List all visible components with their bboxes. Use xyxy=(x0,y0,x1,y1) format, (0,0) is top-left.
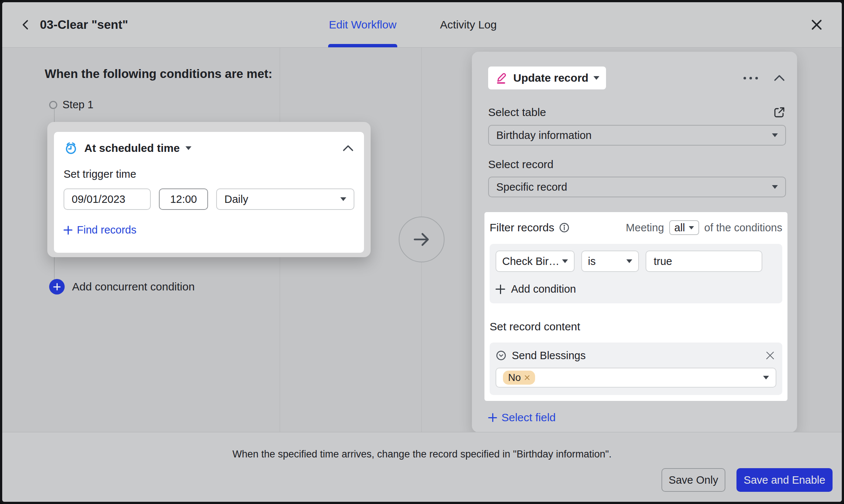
select-table-label: Select table xyxy=(488,106,546,119)
automation-editor-window: 03-Clear "sent" Edit Workflow Activity L… xyxy=(0,0,844,504)
condition-operator-value: is xyxy=(588,255,596,268)
add-condition-label: Add condition xyxy=(511,283,576,295)
select-record-row: Select record xyxy=(488,158,786,171)
select-field-label: Select field xyxy=(501,411,556,424)
table-select[interactable]: Birthday information xyxy=(488,125,786,146)
field-value-card: Send Blessings No xyxy=(490,343,782,395)
plus-icon xyxy=(64,226,72,235)
remove-field-button[interactable] xyxy=(764,349,776,362)
step-dot-icon xyxy=(49,101,57,109)
trigger-time-row: 09/01/2023 12:00 Daily xyxy=(64,188,354,210)
trigger-card-header: At scheduled time xyxy=(64,141,354,156)
close-button[interactable] xyxy=(806,14,827,35)
condition-row: Check Bir… is true xyxy=(496,251,776,272)
filter-condition-group: Check Bir… is true Add condition xyxy=(490,244,782,303)
circled-chevron-down-icon[interactable] xyxy=(496,350,507,361)
action-panel-header: Update record xyxy=(488,67,786,89)
caret-down-icon xyxy=(772,185,778,189)
page-title: 03-Clear "sent" xyxy=(40,2,128,47)
record-select-value: Specific record xyxy=(496,181,567,193)
select-field-link[interactable]: Select field xyxy=(488,411,786,424)
caret-down-icon xyxy=(340,197,346,201)
collapse-chevron-icon[interactable] xyxy=(342,144,354,152)
trigger-repeat-select[interactable]: Daily xyxy=(216,188,354,210)
remove-x-icon xyxy=(765,351,775,360)
pencil-icon xyxy=(495,71,508,85)
filter-records-title: Filter records xyxy=(490,221,570,234)
arrow-right-icon xyxy=(411,229,432,250)
condition-value-input[interactable]: true xyxy=(646,251,762,272)
plus-circle-icon xyxy=(49,279,65,294)
footer-bar: When the specified time arrives, change … xyxy=(2,432,842,502)
open-table-external-icon[interactable] xyxy=(773,106,786,119)
step-label: Step 1 xyxy=(62,99,93,111)
trigger-date-input[interactable]: 09/01/2023 xyxy=(64,188,151,210)
trigger-card-selection: At scheduled time Set trigger time 09/01… xyxy=(47,122,371,257)
condition-field-value: Check Bir… xyxy=(502,255,559,268)
save-only-button[interactable]: Save Only xyxy=(661,468,725,492)
meeting-mode-select[interactable]: all xyxy=(669,220,699,235)
action-panel: Update record Select table Birthday info… xyxy=(472,52,797,432)
back-button[interactable] xyxy=(15,14,37,36)
record-config-section: Filter records Meeting all of the condit… xyxy=(484,212,787,401)
workflow-summary-caption: When the specified time arrives, change … xyxy=(2,449,842,460)
header-bar: 03-Clear "sent" Edit Workflow Activity L… xyxy=(2,2,842,48)
value-tag: No xyxy=(503,371,535,385)
close-icon xyxy=(810,18,823,31)
select-record-label: Select record xyxy=(488,158,554,171)
field-value-select[interactable]: No xyxy=(496,368,776,388)
value-tag-label: No xyxy=(508,372,521,384)
caret-down-icon xyxy=(593,76,599,80)
set-trigger-time-label: Set trigger time xyxy=(64,168,354,180)
find-records-link[interactable]: Find records xyxy=(64,224,354,236)
collapse-panel-icon[interactable] xyxy=(773,74,786,82)
caret-down-icon xyxy=(626,259,632,263)
tag-remove-icon[interactable] xyxy=(524,375,530,381)
action-type-select[interactable]: Update record xyxy=(488,67,606,89)
step-indicator: Step 1 xyxy=(49,99,93,111)
record-select[interactable]: Specific record xyxy=(488,177,786,197)
field-name-label: Send Blessings xyxy=(512,350,586,362)
footer-buttons: Save Only Save and Enable xyxy=(661,468,833,492)
trigger-card[interactable]: At scheduled time Set trigger time 09/01… xyxy=(54,132,364,253)
save-and-enable-button[interactable]: Save and Enable xyxy=(736,468,833,492)
condition-operator-select[interactable]: is xyxy=(581,251,639,272)
back-chevron-icon xyxy=(20,19,32,31)
select-table-row: Select table xyxy=(488,106,786,119)
meeting-prefix: Meeting xyxy=(626,222,664,234)
panel-header-icons xyxy=(743,74,786,82)
filter-records-label: Filter records xyxy=(490,221,554,234)
more-options-icon[interactable] xyxy=(743,75,758,82)
set-record-content-label: Set record content xyxy=(490,320,782,333)
trigger-type-label: At scheduled time xyxy=(84,142,180,154)
tab-edit-workflow[interactable]: Edit Workflow xyxy=(329,2,397,47)
caret-down-icon xyxy=(763,376,769,379)
meeting-conditions-control: Meeting all of the conditions xyxy=(626,220,782,235)
add-condition-button[interactable]: Add condition xyxy=(496,283,776,295)
tab-bar: Edit Workflow Activity Log xyxy=(329,2,497,47)
caret-down-icon[interactable] xyxy=(186,146,191,150)
filter-records-header: Filter records Meeting all of the condit… xyxy=(490,220,782,235)
plus-icon xyxy=(496,285,505,294)
trigger-repeat-value: Daily xyxy=(224,193,248,205)
action-type-label: Update record xyxy=(513,72,588,84)
condition-field-select[interactable]: Check Bir… xyxy=(496,251,575,272)
alarm-clock-icon xyxy=(64,141,78,156)
add-concurrent-condition-button[interactable]: Add concurrent condition xyxy=(49,279,195,294)
flow-arrow xyxy=(399,217,445,262)
caret-down-icon xyxy=(562,259,568,263)
trigger-time-input[interactable]: 12:00 xyxy=(159,188,208,210)
tab-activity-log[interactable]: Activity Log xyxy=(440,2,497,47)
find-records-label: Find records xyxy=(77,224,136,236)
info-icon[interactable] xyxy=(559,222,570,233)
caret-down-icon xyxy=(689,226,694,229)
add-concurrent-condition-label: Add concurrent condition xyxy=(72,280,195,293)
caret-down-icon xyxy=(772,133,778,137)
meeting-suffix: of the conditions xyxy=(704,222,782,234)
meeting-mode-value: all xyxy=(674,222,685,234)
field-value-card-header: Send Blessings xyxy=(496,349,776,362)
plus-icon xyxy=(488,413,497,422)
table-select-value: Birthday information xyxy=(496,129,592,142)
conditions-heading: When the following conditions are met: xyxy=(45,67,272,81)
